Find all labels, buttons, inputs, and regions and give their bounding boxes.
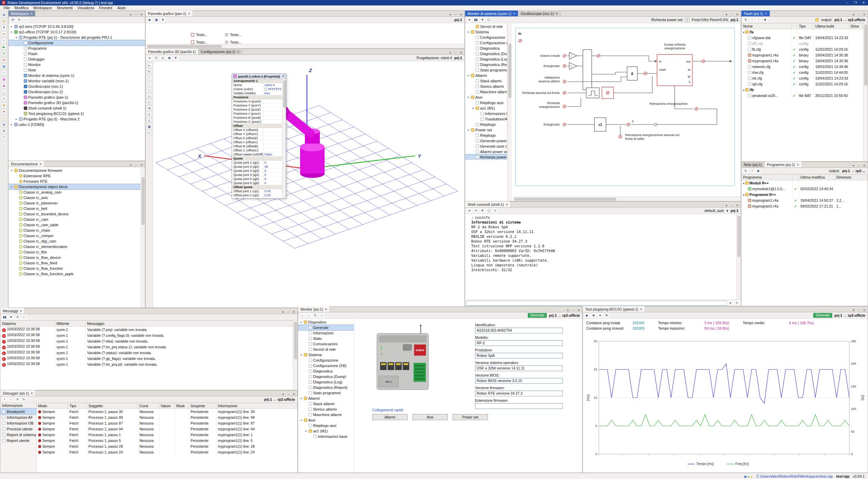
iso-view-icon[interactable]: ◇ <box>147 99 152 104</box>
tree-item-maschere-allarmi[interactable]: Maschere allarmi <box>465 89 507 95</box>
close-panel-icon[interactable]: ✕ <box>459 13 463 16</box>
properties-close-icon[interactable]: ✕ <box>282 75 284 78</box>
tab-close-icon[interactable]: ✕ <box>797 163 799 166</box>
window-menu-icon[interactable]: ▾ <box>281 393 285 396</box>
save-all-icon[interactable]: ▼ <box>1 25 7 30</box>
expander-icon[interactable]: ▾ <box>466 74 470 77</box>
record-icon[interactable]: ● <box>597 313 603 318</box>
tab-close-icon[interactable]: ✕ <box>506 203 508 206</box>
tree-item-progetto-rte-prj-1-descrizione-del-progetto-prj-1[interactable]: ▾Progetto RTE (prj-1) - Descrizione del … <box>9 35 145 40</box>
column-header-valore[interactable]: Valore <box>159 403 175 409</box>
property-posizione-y-posy[interactable]: Posizione Y (posY) <box>232 103 282 108</box>
notes-icon[interactable]: ▢ <box>1 115 7 121</box>
close-panel-icon[interactable]: ✕ <box>292 393 296 396</box>
tree-item-stack-allarmi[interactable]: Stack allarmi <box>465 78 507 84</box>
tree-item-stato[interactable]: Stato <box>298 336 354 341</box>
graphic-panel-canvas[interactable]: Testo...Testo...Testo...Testo... <box>146 23 464 48</box>
window-menu-icon[interactable]: ▾ <box>851 164 855 167</box>
float-icon[interactable]: ▫ <box>134 13 138 16</box>
maximize-button[interactable]: ❐ <box>853 1 858 4</box>
grid-icon[interactable]: ▦ <box>147 124 152 129</box>
tree-item-pannello-grafico-pan-1[interactable]: Pannello grafico (pan-1) <box>9 95 145 100</box>
settings-icon[interactable]: ≡ <box>147 130 152 135</box>
refresh-icon[interactable]: ↻ <box>312 313 318 318</box>
expander-icon[interactable]: ▸ <box>10 123 13 126</box>
front-view-icon[interactable]: □ <box>147 87 152 92</box>
grid-icon[interactable]: ▦ <box>153 17 159 22</box>
debugger-view-report-utente[interactable]: Report utente <box>0 437 36 443</box>
property-group-offset-quote[interactable]: Offset quote <box>232 185 282 189</box>
tree-item-storico-allarmi[interactable]: Storico allarmi <box>465 84 507 89</box>
tab-monitor-prj-1[interactable]: Monitor (prj-1)✕ <box>298 306 330 312</box>
tree-item-oscilloscopio-osc-1[interactable]: Oscilloscopio (osc-1) <box>9 84 145 89</box>
save-icon[interactable]: ▼ <box>604 313 609 318</box>
property-offset-z-offsetz[interactable]: Offset Z (offsetZ) <box>232 136 282 140</box>
property-nome[interactable]: Nomerobot-4 <box>232 83 282 87</box>
property-offset-x-offsetx[interactable]: Offset X (offsetX) <box>232 128 282 132</box>
tree-item-richiesta-power-set[interactable]: Richiesta power set <box>465 154 507 160</box>
label-icon[interactable]: A <box>147 112 152 117</box>
tree-item-diagnostica[interactable]: Diagnostica <box>298 368 354 374</box>
variables-icon[interactable]: ≡ <box>1 96 7 101</box>
tree-item-stack-allarmi[interactable]: Stack allarmi <box>298 401 354 407</box>
pause-icon[interactable]: ▮▮ <box>2 315 7 320</box>
tab-close-icon[interactable]: ✕ <box>325 308 327 311</box>
tab-close-icon[interactable]: ✕ <box>31 392 33 395</box>
float-icon[interactable]: ▫ <box>730 13 734 16</box>
history-icon[interactable]: ▾ <box>727 300 733 305</box>
tree-item-classe-rc-crimper[interactable]: Classe rc_crimper <box>9 233 141 238</box>
field-value-versione-sistema-operativo[interactable]: OSF a 32bit versione 14.11.11 <box>475 365 563 371</box>
tab-close-icon[interactable]: ✕ <box>188 12 190 15</box>
collapse-all-icon[interactable]: − <box>23 17 29 22</box>
tab-close-icon[interactable]: ✕ <box>237 50 240 53</box>
tree-item-diagnostica-report[interactable]: Diagnostica (Report) <box>298 385 354 390</box>
column-header-nome[interactable]: Nome <box>742 23 791 29</box>
tab-shell-comandi-shell-1[interactable]: Shell comandi (shell-1)✕ <box>465 201 511 207</box>
table-row[interactable]: mymodule1@1.0.0...✓02/02/2022 14:40:34 <box>742 186 868 192</box>
property-offset-relativi-reloff[interactable]: Offset relativi (relOff)Falso <box>232 152 282 156</box>
table-row[interactable]: rte.cfg✓config19/04/2021 14:23:33 <box>742 76 863 81</box>
tree-item-classe-rc-cam-table[interactable]: Classe rc_cam_table <box>9 222 141 228</box>
float-icon[interactable]: ▫ <box>857 164 861 167</box>
float-icon[interactable]: ▫ <box>857 13 861 16</box>
stop-icon[interactable]: ■ <box>762 17 768 22</box>
orbit-icon[interactable]: ↻ <box>153 55 159 61</box>
tree-item-ax1-m1[interactable]: ▾ax1 (M1) <box>465 105 507 111</box>
tree-item-diagnostica-log[interactable]: Diagnostica (Log) <box>465 56 507 62</box>
column-header-mittente[interactable]: Mittente <box>55 321 86 327</box>
property-quota-joint-3-qj3[interactable]: Quota joint 3 (qj3)0 <box>232 169 282 173</box>
menu-finestre[interactable]: Finestre <box>97 5 115 11</box>
table-row[interactable]: SempreFetchProcesso 1, passo 28NessunaPe… <box>37 444 297 449</box>
tree-item-maschere-allarmi[interactable]: Maschere allarmi <box>298 412 354 417</box>
expander-icon[interactable]: ▾ <box>743 89 744 92</box>
property-offset-a-offseta[interactable]: Offset A (offsetA) <box>232 140 282 144</box>
tab-close-icon[interactable]: ✕ <box>640 308 642 311</box>
tree-item-stato-programmi[interactable]: Stato programmi <box>298 390 354 396</box>
float-icon[interactable]: ▫ <box>454 51 458 54</box>
add-breakpoint-icon[interactable]: + <box>2 397 7 402</box>
table-row[interactable]: SempreFetchProcesso 1, passo 87NessunaPe… <box>37 420 297 426</box>
column-header-informazioni[interactable]: Informazioni <box>216 403 297 409</box>
expander-icon[interactable]: ▾ <box>466 96 470 99</box>
tree-item-rp2-ufficio-tcp-ip-10-0-17-2-8100[interactable]: ▾rp2-ufficio [TCP/IP 10.0.17.2:8100] <box>9 29 145 35</box>
debugger-view-processi-utente[interactable]: Processi utente <box>0 426 36 432</box>
tree-item-diagnostica-dump[interactable]: Diagnostica (Dump) <box>298 374 354 379</box>
tree-item-configurazione[interactable]: Configurazione <box>9 40 145 46</box>
tree-item-configurazione-fb[interactable]: Configurazione (FB) <box>298 363 354 368</box>
quicklink-allarmi[interactable]: Allarmi <box>372 414 408 420</box>
column-header-item[interactable] <box>793 175 799 180</box>
remove-breakpoint-icon[interactable]: − <box>8 397 14 402</box>
property-posizione-x-posx[interactable]: Posizione X (posX) <box>232 99 282 103</box>
table-row[interactable]: ✕10/03/2022 10:36:58sysm-1Variabile (?.s… <box>1 350 293 356</box>
expander-icon[interactable]: ▾ <box>10 169 13 172</box>
table-row[interactable]: SempreFetchProcesso 1, passo 99NessunaPe… <box>37 415 297 420</box>
shell-icon[interactable]: ›_ <box>1 89 7 95</box>
tree-item-classe-rc-bdeserver[interactable]: Classe rc_bdeserver <box>9 200 141 206</box>
tree-item-oscilloscopio-osc-2[interactable]: Oscilloscopio (osc-2) <box>9 89 145 95</box>
scrollbar[interactable] <box>293 320 297 390</box>
add-icon[interactable]: + <box>749 168 755 174</box>
window-menu-icon[interactable]: ▾ <box>851 13 855 16</box>
tab-note-prj-1[interactable]: Note (prj-1) <box>741 162 765 167</box>
tree-item-riepilogo-assi[interactable]: Riepilogo assi <box>298 423 354 428</box>
refresh-icon[interactable]: ↻ <box>743 17 749 22</box>
